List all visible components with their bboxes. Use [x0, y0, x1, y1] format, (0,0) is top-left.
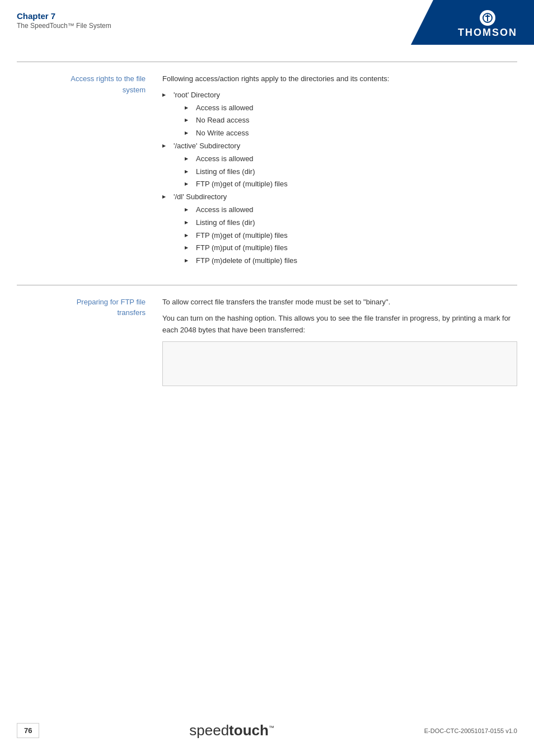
doc-reference: E-DOC-CTC-20051017-0155 v1.0	[424, 727, 517, 734]
ftp-text-1: To allow correct file transfers the tran…	[162, 297, 517, 308]
speedtouch-logo: speedtouch™	[39, 722, 424, 739]
chapter-subtitle: The SpeedTouch™ File System	[17, 22, 111, 30]
chapter-title: Chapter 7	[17, 11, 111, 21]
ftp-transfers-label: Preparing for FTP file transfers	[17, 297, 162, 386]
list-item: '/active' Subdirectory Access is allowed…	[162, 140, 517, 190]
access-rights-intro: Following access/action rights apply to …	[162, 73, 517, 85]
ftp-transfers-section: Preparing for FTP file transfers To allo…	[17, 285, 517, 386]
ftp-transfers-content: To allow correct file transfers the tran…	[162, 297, 517, 386]
list-item: '/dl' Subdirectory Access is allowed Lis…	[162, 191, 517, 267]
list-item: FTP (m)delete of (multiple) files	[185, 255, 517, 267]
list-item: Access is allowed	[185, 102, 517, 114]
list-item: No Write access	[185, 128, 517, 139]
access-rights-section: Access rights to the file system Followi…	[17, 62, 517, 268]
access-rights-label: Access rights to the file system	[17, 73, 162, 268]
list-item: No Read access	[185, 115, 517, 126]
list-item: FTP (m)get of (multiple) files	[185, 179, 517, 190]
chapter-info: Chapter 7 The SpeedTouch™ File System	[17, 11, 111, 30]
ftp-text-2: You can turn on the hashing option. This…	[162, 313, 517, 336]
content-area: Access rights to the file system Followi…	[0, 45, 534, 420]
list-item: 'root' Directory Access is allowed No Re…	[162, 90, 517, 139]
page-number: 76	[17, 723, 39, 738]
page-header: Chapter 7 The SpeedTouch™ File System TH…	[0, 0, 534, 45]
list-item: Access is allowed	[185, 153, 517, 165]
dl-sub-list: Access is allowed Listing of files (dir)…	[185, 204, 517, 267]
access-rights-content: Following access/action rights apply to …	[162, 73, 517, 268]
list-item: Listing of files (dir)	[185, 217, 517, 229]
page-footer: 76 speedtouch™ E-DOC-CTC-20051017-0155 v…	[0, 722, 534, 739]
thomson-text: THOMSON	[458, 27, 517, 39]
thomson-logo-icon	[480, 10, 495, 26]
directory-list: 'root' Directory Access is allowed No Re…	[162, 90, 517, 267]
thomson-logo: THOMSON	[458, 10, 517, 39]
list-item: Access is allowed	[185, 204, 517, 216]
root-sub-list: Access is allowed No Read access No Writ…	[185, 102, 517, 139]
active-sub-list: Access is allowed Listing of files (dir)…	[185, 153, 517, 190]
code-box	[162, 341, 517, 386]
speedtouch-logo-text: speedtouch™	[189, 722, 274, 739]
list-item: FTP (m)get of (multiple) files	[185, 230, 517, 242]
list-item: Listing of files (dir)	[185, 166, 517, 178]
list-item: FTP (m)put of (multiple) files	[185, 242, 517, 254]
